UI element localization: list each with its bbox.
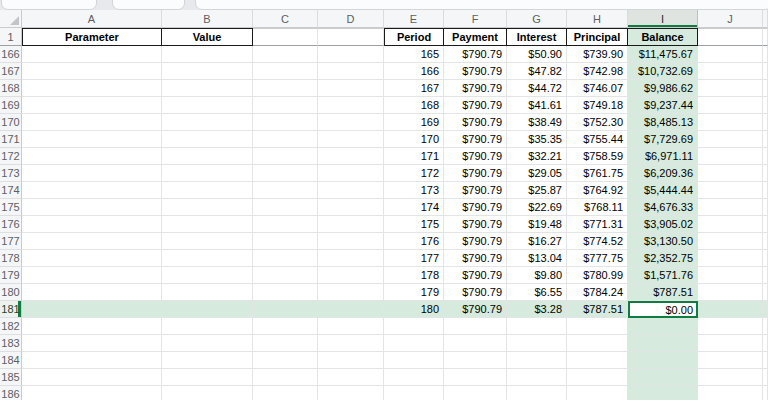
cell-H176[interactable]: $771.31 xyxy=(567,216,628,233)
cell-I167[interactable]: $10,732.69 xyxy=(628,63,698,80)
cell-E182[interactable] xyxy=(384,318,444,335)
row-header-181[interactable]: 181 xyxy=(0,301,22,318)
cell-F182[interactable] xyxy=(444,318,507,335)
cell-K173[interactable] xyxy=(763,165,768,182)
cell-I169[interactable]: $9,237.44 xyxy=(628,97,698,114)
cell-C171[interactable] xyxy=(253,131,318,148)
function-button-edge[interactable] xyxy=(112,0,185,10)
cell-E176[interactable]: 175 xyxy=(384,216,444,233)
cell-K169[interactable] xyxy=(763,97,768,114)
cell-D179[interactable] xyxy=(318,267,384,284)
cell-F173[interactable]: $790.79 xyxy=(444,165,507,182)
cell-F171[interactable]: $790.79 xyxy=(444,131,507,148)
cell-A179[interactable] xyxy=(22,267,162,284)
column-header-I[interactable]: I xyxy=(628,10,698,28)
cell-B186[interactable] xyxy=(162,386,253,400)
cell-G179[interactable]: $9.80 xyxy=(507,267,567,284)
cell-A178[interactable] xyxy=(22,250,162,267)
cell-D1[interactable] xyxy=(318,28,384,46)
cell-H171[interactable]: $755.44 xyxy=(567,131,628,148)
row-header-178[interactable]: 178 xyxy=(0,250,22,267)
cell-C177[interactable] xyxy=(253,233,318,250)
cell-H186[interactable] xyxy=(567,386,628,400)
cell-J167[interactable] xyxy=(698,63,763,80)
cell-B178[interactable] xyxy=(162,250,253,267)
cell-B174[interactable] xyxy=(162,182,253,199)
column-header-K[interactable] xyxy=(763,10,768,28)
cell-D181[interactable] xyxy=(318,301,384,318)
cell-E177[interactable]: 176 xyxy=(384,233,444,250)
row-header-183[interactable]: 183 xyxy=(0,335,22,352)
cell-J168[interactable] xyxy=(698,80,763,97)
cell-C179[interactable] xyxy=(253,267,318,284)
cell-G175[interactable]: $22.69 xyxy=(507,199,567,216)
cell-I180[interactable]: $787.51 xyxy=(628,284,698,301)
cell-G174[interactable]: $25.87 xyxy=(507,182,567,199)
row-header-171[interactable]: 171 xyxy=(0,131,22,148)
cell-G177[interactable]: $16.27 xyxy=(507,233,567,250)
cell-K172[interactable] xyxy=(763,148,768,165)
cell-H170[interactable]: $752.30 xyxy=(567,114,628,131)
cell-H174[interactable]: $764.92 xyxy=(567,182,628,199)
cell-D172[interactable] xyxy=(318,148,384,165)
cell-J183[interactable] xyxy=(698,335,763,352)
row-header-173[interactable]: 173 xyxy=(0,165,22,182)
row-header-175[interactable]: 175 xyxy=(0,199,22,216)
cell-I175[interactable]: $4,676.33 xyxy=(628,199,698,216)
cell-B177[interactable] xyxy=(162,233,253,250)
cell-G178[interactable]: $13.04 xyxy=(507,250,567,267)
cell-F186[interactable] xyxy=(444,386,507,400)
cell-K1[interactable] xyxy=(763,28,768,46)
column-header-C[interactable]: C xyxy=(253,10,318,28)
cell-E183[interactable] xyxy=(384,335,444,352)
cell-I166[interactable]: $11,475.67 xyxy=(628,46,698,63)
cell-I170[interactable]: $8,485.13 xyxy=(628,114,698,131)
row-header-174[interactable]: 174 xyxy=(0,182,22,199)
cell-D185[interactable] xyxy=(318,369,384,386)
cell-K166[interactable] xyxy=(763,46,768,63)
cell-K184[interactable] xyxy=(763,352,768,369)
cell-A185[interactable] xyxy=(22,369,162,386)
cell-J178[interactable] xyxy=(698,250,763,267)
cell-B182[interactable] xyxy=(162,318,253,335)
cell-D186[interactable] xyxy=(318,386,384,400)
cell-J182[interactable] xyxy=(698,318,763,335)
cell-J1[interactable] xyxy=(698,28,763,46)
cell-E166[interactable]: 165 xyxy=(384,46,444,63)
cell-H181[interactable]: $787.51 xyxy=(567,301,628,318)
cell-J175[interactable] xyxy=(698,199,763,216)
cell-B180[interactable] xyxy=(162,284,253,301)
cell-A169[interactable] xyxy=(22,97,162,114)
column-header-A[interactable]: A xyxy=(22,10,162,28)
cell-E180[interactable]: 179 xyxy=(384,284,444,301)
cell-H184[interactable] xyxy=(567,352,628,369)
cell-E185[interactable] xyxy=(384,369,444,386)
cell-D175[interactable] xyxy=(318,199,384,216)
cell-B179[interactable] xyxy=(162,267,253,284)
cell-A183[interactable] xyxy=(22,335,162,352)
cell-D168[interactable] xyxy=(318,80,384,97)
cell-A177[interactable] xyxy=(22,233,162,250)
cell-B171[interactable] xyxy=(162,131,253,148)
cell-F174[interactable]: $790.79 xyxy=(444,182,507,199)
cell-B169[interactable] xyxy=(162,97,253,114)
formula-bar-edge[interactable] xyxy=(195,0,768,10)
cell-F166[interactable]: $790.79 xyxy=(444,46,507,63)
cell-H1[interactable]: Principal xyxy=(567,28,628,46)
cell-H185[interactable] xyxy=(567,369,628,386)
cell-E1[interactable]: Period xyxy=(384,28,444,46)
cell-K175[interactable] xyxy=(763,199,768,216)
cell-G173[interactable]: $29.05 xyxy=(507,165,567,182)
cell-A181[interactable] xyxy=(22,301,162,318)
cell-F169[interactable]: $790.79 xyxy=(444,97,507,114)
row-header-172[interactable]: 172 xyxy=(0,148,22,165)
cell-H182[interactable] xyxy=(567,318,628,335)
cell-I181[interactable]: $0.00 xyxy=(628,301,698,318)
cell-F183[interactable] xyxy=(444,335,507,352)
cell-K178[interactable] xyxy=(763,250,768,267)
cell-A182[interactable] xyxy=(22,318,162,335)
cell-H173[interactable]: $761.75 xyxy=(567,165,628,182)
cell-G176[interactable]: $19.48 xyxy=(507,216,567,233)
cell-J186[interactable] xyxy=(698,386,763,400)
cell-J177[interactable] xyxy=(698,233,763,250)
